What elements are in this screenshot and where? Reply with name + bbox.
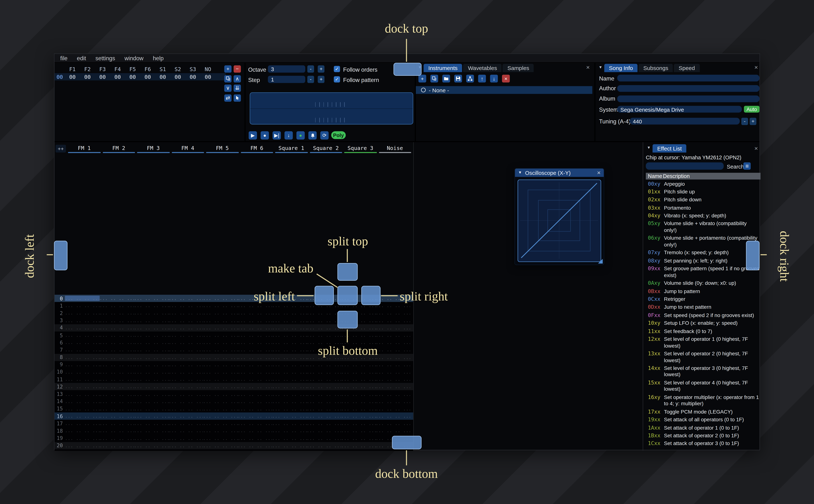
pattern-cell[interactable]: ... .. .. ... (99, 428, 134, 433)
tuning-increase-button[interactable]: + (750, 118, 757, 125)
pattern-cell[interactable]: ... .. .. ... (168, 369, 203, 375)
pattern-cell[interactable]: ... .. .. ... (168, 443, 203, 448)
pattern-cell[interactable]: ... .. .. ... (341, 333, 375, 338)
tab-instruments[interactable]: Instruments (424, 64, 462, 72)
pattern-cell[interactable]: ... .. .. ... (99, 443, 134, 448)
effect-row-19xx[interactable]: 19xxSet attack of all operators (0 to 1F… (646, 416, 761, 424)
pattern-cell[interactable]: ... .. .. ... (376, 318, 410, 323)
pattern-cell[interactable]: ... .. .. ... (168, 377, 203, 382)
channel-header-square-1[interactable]: Square 1 (274, 144, 308, 153)
pattern-cell[interactable]: ... .. .. ... (306, 377, 341, 382)
order-cell[interactable]: 00 (170, 74, 185, 80)
pattern-cell[interactable]: ... .. .. ... (168, 399, 203, 404)
instrument-folders-button[interactable] (466, 75, 474, 83)
follow-orders-checkbox[interactable] (334, 66, 340, 72)
split-left-target[interactable] (315, 286, 334, 305)
close-icon[interactable] (754, 145, 758, 152)
effect-row-16xy[interactable]: 16xySet operator multiplier (x: operator… (646, 393, 761, 408)
pattern-cell[interactable]: ... .. .. ... (65, 421, 99, 426)
channel-header-fm-2[interactable]: FM 2 (102, 144, 136, 153)
pattern-cell[interactable]: ... .. .. ... (237, 421, 272, 426)
tab-subsongs[interactable]: Subsongs (639, 64, 673, 72)
pattern-cell[interactable]: ... .. .. ... (203, 333, 237, 338)
pattern-cell[interactable]: ... .. .. ... (203, 369, 237, 375)
pattern-cell[interactable]: ... .. .. ... (134, 443, 168, 448)
pattern-cell[interactable]: ... .. .. ... (99, 384, 134, 389)
collapse-icon[interactable] (647, 146, 651, 150)
order-cell[interactable]: 00 (200, 74, 215, 80)
pattern-cell[interactable]: ... .. .. ... (203, 450, 237, 451)
pattern-cell[interactable]: ... .. .. ... (237, 318, 272, 323)
effect-row-11xx[interactable]: 11xxSet feedback (0 to 7) (646, 327, 761, 335)
effect-row-15xx[interactable]: 15xxSet level of operator 4 (0 highest, … (646, 379, 761, 393)
collapse-icon[interactable] (599, 65, 602, 70)
split-right-target[interactable] (361, 286, 380, 305)
pattern-cell[interactable]: ... .. .. ... (376, 384, 410, 389)
pattern-cell[interactable]: ... .. .. ... (134, 421, 168, 426)
pattern-cell[interactable]: ... .. .. ... (203, 399, 237, 404)
menu-item-window[interactable]: window (123, 55, 145, 61)
pattern-cell[interactable]: ... .. .. ... (306, 384, 341, 389)
pattern-cell[interactable]: ... .. .. ... (341, 369, 375, 375)
pattern-cell[interactable]: ... .. .. ... (203, 421, 237, 426)
pattern-cell[interactable]: ... .. .. ... (168, 406, 203, 411)
pattern-cell[interactable]: ... .. .. ... (65, 450, 99, 451)
delete-instrument-button[interactable]: × (502, 75, 510, 83)
tab-song-info[interactable]: Song Info (604, 64, 638, 72)
menu-item-settings[interactable]: settings (94, 55, 116, 61)
octave-input[interactable]: 3 (268, 65, 305, 73)
pattern-cell[interactable]: ... .. .. ... (203, 296, 237, 301)
split-bottom-target[interactable] (337, 311, 358, 328)
pattern-cell[interactable]: ... .. .. ... (134, 391, 168, 397)
pattern-cell[interactable]: ... .. .. ... (134, 333, 168, 338)
effect-row-09xx[interactable]: 09xxSet groove pattern (speed 1 if no gr… (646, 265, 761, 279)
pattern-cell[interactable]: ... .. .. ... (272, 428, 306, 433)
search-options-icon[interactable] (743, 162, 751, 170)
order-cell[interactable]: 00 (125, 74, 140, 80)
pattern-cell[interactable]: ... .. .. ... (272, 391, 306, 397)
pattern-cell[interactable]: ... .. .. ... (99, 333, 134, 338)
pattern-cell[interactable]: ... .. .. ... (65, 325, 99, 330)
pattern-cell[interactable]: ... .. .. ... (134, 428, 168, 433)
play-button[interactable]: ▶ (249, 131, 257, 140)
effect-row-08xy[interactable]: 08xySet panning (x: left; y: right) (646, 257, 761, 265)
pattern-cell[interactable]: ... .. .. ... (272, 340, 306, 345)
pattern-cell[interactable]: ... .. .. ... (134, 318, 168, 323)
pattern-cell[interactable]: ... .. .. ... (203, 377, 237, 382)
pattern-cell[interactable]: ... .. .. ... (272, 355, 306, 360)
pattern-cell[interactable]: ... .. .. ... (65, 318, 99, 323)
effect-row-05xy[interactable]: 05xyVolume slide + vibrato (compatibilit… (646, 220, 761, 235)
effect-search-input[interactable] (646, 162, 724, 170)
pattern-cell[interactable]: ... .. .. ... (272, 384, 306, 389)
pattern-cell[interactable]: ... .. .. ... (203, 303, 237, 308)
pattern-cell[interactable]: ... .. .. ... (134, 347, 168, 352)
dock-bottom-target[interactable] (392, 436, 422, 449)
pattern-cell[interactable]: ... .. .. ... (203, 443, 237, 448)
pattern-cell[interactable]: ... .. .. ... (341, 428, 375, 433)
pattern-cell[interactable]: ... .. .. ... (134, 399, 168, 404)
pattern-cell[interactable]: ... .. .. ... (65, 428, 99, 433)
pattern-cell[interactable]: ... .. .. ... (306, 414, 341, 419)
pattern-cell[interactable]: ... .. .. ... (99, 399, 134, 404)
pattern-cell[interactable]: ... .. .. ... (99, 347, 134, 352)
pattern-cell[interactable]: ... .. .. ... (237, 377, 272, 382)
pattern-cell[interactable]: ... .. .. ... (203, 384, 237, 389)
pattern-cell[interactable]: ... .. .. ... (306, 325, 341, 330)
order-row-index[interactable]: 00 (55, 74, 65, 80)
pattern-cell[interactable]: ... .. .. ... (134, 362, 168, 367)
pattern-cell[interactable]: ... .. .. ... (306, 443, 341, 448)
pattern-cell[interactable]: ... .. .. ... (99, 310, 134, 316)
pattern-cell[interactable]: ... .. .. ... (168, 391, 203, 397)
step-decrease-button[interactable]: - (307, 76, 314, 83)
name-field[interactable] (617, 75, 760, 82)
pattern-cell[interactable]: ... .. .. ... (99, 450, 134, 451)
pattern-cell[interactable]: ... .. .. ... (237, 340, 272, 345)
tuning-decrease-button[interactable]: - (741, 118, 748, 125)
pattern-cell[interactable]: ... .. .. ... (65, 362, 99, 367)
pattern-cell[interactable]: ... .. .. ... (99, 391, 134, 397)
pattern-cell[interactable]: ... .. .. ... (306, 391, 341, 397)
pattern-cell[interactable]: ... .. .. ... (306, 399, 341, 404)
pattern-cell[interactable]: ... .. .. ... (237, 362, 272, 367)
effect-row-1Cxx[interactable]: 1CxxSet attack of operator 3 (0 to 1F) (646, 440, 761, 448)
pattern-cell[interactable]: ... .. .. ... (306, 450, 341, 451)
